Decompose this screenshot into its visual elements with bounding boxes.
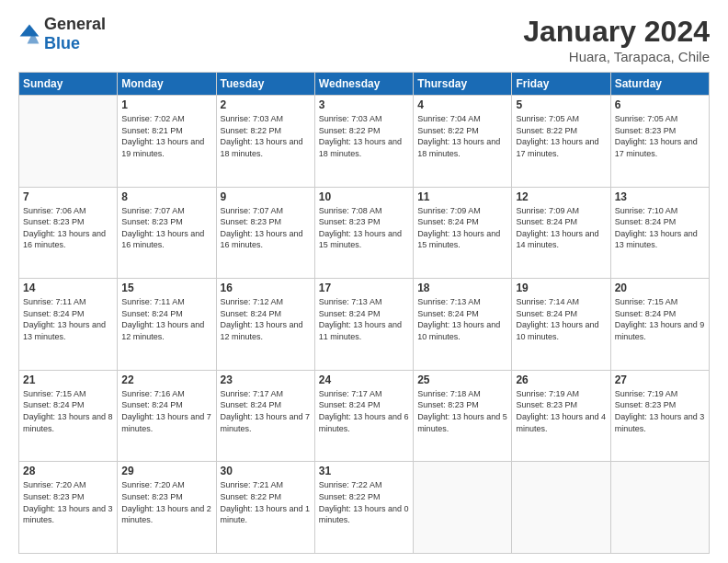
day-info: Sunrise: 7:03 AMSunset: 8:22 PMDaylight:…	[221, 114, 303, 158]
logo-general: General	[44, 15, 106, 33]
day-number: 25	[417, 373, 507, 386]
calendar-cell-w4d4	[414, 462, 512, 554]
day-info: Sunrise: 7:13 AMSunset: 8:24 PMDaylight:…	[417, 297, 500, 341]
day-number: 10	[319, 190, 409, 203]
header-row: Sunday Monday Tuesday Wednesday Thursday…	[19, 73, 710, 96]
day-number: 27	[615, 373, 705, 386]
calendar-cell-w4d2: 30 Sunrise: 7:21 AMSunset: 8:22 PMDaylig…	[216, 462, 314, 554]
calendar-header: Sunday Monday Tuesday Wednesday Thursday…	[19, 73, 710, 96]
day-info: Sunrise: 7:12 AMSunset: 8:24 PMDaylight:…	[221, 297, 303, 341]
day-info: Sunrise: 7:08 AMSunset: 8:23 PMDaylight:…	[319, 206, 402, 250]
day-info: Sunrise: 7:20 AMSunset: 8:23 PMDaylight:…	[121, 480, 211, 524]
day-info: Sunrise: 7:13 AMSunset: 8:24 PMDaylight:…	[319, 297, 402, 341]
day-number: 19	[516, 282, 606, 294]
title-block: January 2024 Huara, Tarapaca, Chile	[523, 15, 710, 64]
calendar-cell-w1d3: 10 Sunrise: 7:08 AMSunset: 8:23 PMDaylig…	[314, 187, 413, 279]
day-info: Sunrise: 7:03 AMSunset: 8:22 PMDaylight:…	[319, 114, 402, 158]
day-number: 11	[417, 190, 507, 203]
calendar-cell-w3d1: 22 Sunrise: 7:16 AMSunset: 8:24 PMDaylig…	[118, 370, 216, 462]
day-number: 16	[221, 282, 311, 294]
calendar-cell-w2d1: 15 Sunrise: 7:11 AMSunset: 8:24 PMDaylig…	[118, 279, 216, 371]
calendar-cell-w4d3: 31 Sunrise: 7:22 AMSunset: 8:22 PMDaylig…	[314, 462, 413, 554]
calendar-cell-w0d6: 6 Sunrise: 7:05 AMSunset: 8:23 PMDayligh…	[610, 96, 709, 188]
day-number: 29	[121, 465, 211, 477]
header-tuesday: Tuesday	[216, 73, 314, 96]
calendar-cell-w4d5	[512, 462, 610, 554]
day-info: Sunrise: 7:17 AMSunset: 8:24 PMDaylight:…	[221, 389, 311, 433]
day-info: Sunrise: 7:07 AMSunset: 8:23 PMDaylight:…	[221, 206, 303, 250]
calendar-cell-w0d2: 2 Sunrise: 7:03 AMSunset: 8:22 PMDayligh…	[216, 96, 314, 188]
day-number: 5	[516, 98, 606, 111]
day-info: Sunrise: 7:11 AMSunset: 8:24 PMDaylight:…	[23, 297, 106, 341]
day-info: Sunrise: 7:17 AMSunset: 8:24 PMDaylight:…	[319, 389, 409, 433]
day-info: Sunrise: 7:05 AMSunset: 8:23 PMDaylight:…	[615, 114, 698, 158]
logo-icon	[18, 23, 40, 45]
logo-blue: Blue	[44, 34, 80, 52]
day-info: Sunrise: 7:15 AMSunset: 8:24 PMDaylight:…	[615, 297, 705, 341]
calendar-cell-w4d6	[610, 462, 709, 554]
day-number: 12	[516, 190, 606, 203]
calendar-cell-w1d5: 12 Sunrise: 7:09 AMSunset: 8:24 PMDaylig…	[512, 187, 610, 279]
day-number: 15	[121, 282, 211, 294]
day-info: Sunrise: 7:18 AMSunset: 8:23 PMDaylight:…	[417, 389, 507, 433]
header-wednesday: Wednesday	[314, 73, 413, 96]
calendar-cell-w2d4: 18 Sunrise: 7:13 AMSunset: 8:24 PMDaylig…	[414, 279, 512, 371]
calendar-week-4: 28 Sunrise: 7:20 AMSunset: 8:23 PMDaylig…	[19, 462, 710, 554]
day-info: Sunrise: 7:19 AMSunset: 8:23 PMDaylight:…	[615, 389, 705, 433]
day-number: 13	[615, 190, 705, 203]
header-friday: Friday	[512, 73, 610, 96]
day-number: 8	[121, 190, 211, 203]
day-number: 1	[121, 98, 211, 111]
day-info: Sunrise: 7:16 AMSunset: 8:24 PMDaylight:…	[121, 389, 211, 433]
calendar-cell-w2d0: 14 Sunrise: 7:11 AMSunset: 8:24 PMDaylig…	[19, 279, 118, 371]
calendar-body: 1 Sunrise: 7:02 AMSunset: 8:21 PMDayligh…	[19, 96, 710, 554]
calendar-cell-w1d4: 11 Sunrise: 7:09 AMSunset: 8:24 PMDaylig…	[414, 187, 512, 279]
calendar-week-0: 1 Sunrise: 7:02 AMSunset: 8:21 PMDayligh…	[19, 96, 710, 188]
calendar-cell-w3d5: 26 Sunrise: 7:19 AMSunset: 8:23 PMDaylig…	[512, 370, 610, 462]
day-info: Sunrise: 7:09 AMSunset: 8:24 PMDaylight:…	[516, 206, 598, 250]
calendar-week-2: 14 Sunrise: 7:11 AMSunset: 8:24 PMDaylig…	[19, 279, 710, 371]
logo: General Blue	[18, 15, 106, 53]
calendar-title: January 2024	[523, 15, 710, 49]
day-info: Sunrise: 7:11 AMSunset: 8:24 PMDaylight:…	[121, 297, 204, 341]
day-number: 22	[121, 373, 211, 386]
day-number: 31	[319, 465, 409, 477]
header-sunday: Sunday	[19, 73, 118, 96]
day-info: Sunrise: 7:06 AMSunset: 8:23 PMDaylight:…	[23, 206, 106, 250]
header-thursday: Thursday	[414, 73, 512, 96]
calendar-cell-w2d6: 20 Sunrise: 7:15 AMSunset: 8:24 PMDaylig…	[610, 279, 709, 371]
day-info: Sunrise: 7:10 AMSunset: 8:24 PMDaylight:…	[615, 206, 698, 250]
calendar-cell-w0d3: 3 Sunrise: 7:03 AMSunset: 8:22 PMDayligh…	[314, 96, 413, 188]
day-number: 21	[23, 373, 113, 386]
day-info: Sunrise: 7:22 AMSunset: 8:22 PMDaylight:…	[319, 480, 409, 524]
day-number: 6	[615, 98, 705, 111]
calendar-week-3: 21 Sunrise: 7:15 AMSunset: 8:24 PMDaylig…	[19, 370, 710, 462]
header-monday: Monday	[118, 73, 216, 96]
day-info: Sunrise: 7:07 AMSunset: 8:23 PMDaylight:…	[121, 206, 204, 250]
calendar-cell-w0d4: 4 Sunrise: 7:04 AMSunset: 8:22 PMDayligh…	[414, 96, 512, 188]
svg-marker-0	[20, 25, 40, 37]
calendar-cell-w1d2: 9 Sunrise: 7:07 AMSunset: 8:23 PMDayligh…	[216, 187, 314, 279]
day-number: 30	[221, 465, 311, 477]
day-number: 17	[319, 282, 409, 294]
day-number: 24	[319, 373, 409, 386]
day-info: Sunrise: 7:21 AMSunset: 8:22 PMDaylight:…	[221, 480, 311, 524]
page: General Blue January 2024 Huara, Tarapac…	[0, 0, 728, 563]
calendar-subtitle: Huara, Tarapaca, Chile	[523, 49, 710, 64]
day-number: 20	[615, 282, 705, 294]
calendar-cell-w2d5: 19 Sunrise: 7:14 AMSunset: 8:24 PMDaylig…	[512, 279, 610, 371]
header: General Blue January 2024 Huara, Tarapac…	[18, 15, 710, 64]
calendar-cell-w0d0	[19, 96, 118, 188]
day-info: Sunrise: 7:05 AMSunset: 8:22 PMDaylight:…	[516, 114, 598, 158]
calendar-cell-w3d0: 21 Sunrise: 7:15 AMSunset: 8:24 PMDaylig…	[19, 370, 118, 462]
day-number: 4	[417, 98, 507, 111]
calendar-cell-w1d6: 13 Sunrise: 7:10 AMSunset: 8:24 PMDaylig…	[610, 187, 709, 279]
calendar-cell-w2d2: 16 Sunrise: 7:12 AMSunset: 8:24 PMDaylig…	[216, 279, 314, 371]
calendar-cell-w0d1: 1 Sunrise: 7:02 AMSunset: 8:21 PMDayligh…	[118, 96, 216, 188]
calendar-cell-w1d1: 8 Sunrise: 7:07 AMSunset: 8:23 PMDayligh…	[118, 187, 216, 279]
day-number: 23	[221, 373, 311, 386]
day-info: Sunrise: 7:14 AMSunset: 8:24 PMDaylight:…	[516, 297, 598, 341]
calendar-table: Sunday Monday Tuesday Wednesday Thursday…	[18, 72, 710, 554]
day-info: Sunrise: 7:15 AMSunset: 8:24 PMDaylight:…	[23, 389, 113, 433]
day-info: Sunrise: 7:09 AMSunset: 8:24 PMDaylight:…	[417, 206, 500, 250]
